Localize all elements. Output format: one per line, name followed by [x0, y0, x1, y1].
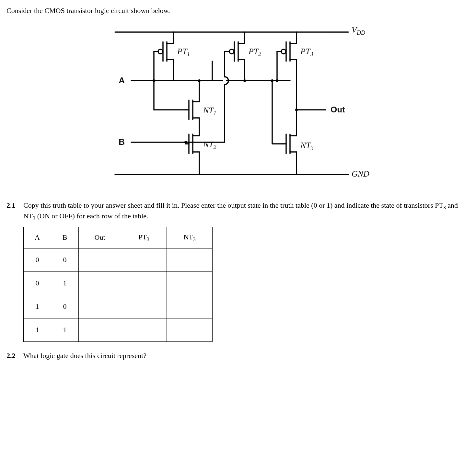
circuit-diagram: VDD GND A B Out PT1 PT2 PT3 NT1 NT2 NT3: [6, 19, 470, 188]
question-2-2: 2.2 What logic gate does this circuit re…: [6, 351, 470, 361]
vdd-label: VDD: [352, 25, 365, 36]
cell-a: 1: [24, 318, 51, 341]
svg-point-65: [153, 79, 155, 82]
th-pt3: PT3: [121, 227, 167, 248]
cell-pt3: [121, 318, 167, 341]
svg-point-7: [158, 49, 163, 54]
q22-number: 2.2: [6, 351, 23, 361]
svg-point-68: [271, 79, 273, 82]
cell-nt3: [167, 295, 213, 318]
svg-point-71: [184, 141, 187, 144]
table-row: 0 0: [24, 248, 213, 272]
th-out: Out: [79, 227, 121, 248]
truth-table: A B Out PT3 NT3 0 0 0 1 1 0 1 1: [23, 227, 213, 342]
q22-text: What logic gate does this circuit repres…: [23, 351, 470, 361]
table-row: 1 1: [24, 318, 213, 341]
table-row: 1 0: [24, 295, 213, 318]
svg-point-70: [295, 109, 298, 111]
th-a: A: [24, 227, 51, 248]
cell-nt3: [167, 272, 213, 295]
out-label: Out: [331, 105, 345, 114]
th-nt3: NT3: [167, 227, 213, 248]
cell-pt3: [121, 272, 167, 295]
svg-point-50: [281, 49, 286, 54]
cmos-circuit-svg: VDD GND A B Out PT1 PT2 PT3 NT1 NT2 NT3: [92, 19, 384, 188]
cell-nt3: [167, 318, 213, 341]
table-header-row: A B Out PT3 NT3: [24, 227, 213, 248]
svg-point-67: [243, 79, 246, 82]
table-row: 0 1: [24, 272, 213, 295]
cell-out: [79, 272, 121, 295]
cell-nt3: [167, 248, 213, 272]
cell-out: [79, 248, 121, 272]
cell-b: 1: [51, 318, 79, 341]
cell-a: 1: [24, 295, 51, 318]
svg-point-66: [198, 79, 201, 82]
cell-pt3: [121, 295, 167, 318]
nt1-label: NT1: [203, 106, 216, 116]
svg-point-69: [276, 79, 278, 82]
cell-out: [79, 318, 121, 341]
question-2-1: 2.1 Copy this truth table to your answer…: [6, 201, 470, 222]
cell-pt3: [121, 248, 167, 272]
svg-point-38: [229, 49, 234, 54]
cell-out: [79, 295, 121, 318]
pt3-label: PT3: [300, 47, 313, 57]
pt2-label: PT2: [248, 47, 261, 57]
pt1-label: PT1: [177, 47, 190, 57]
cell-b: 0: [51, 248, 79, 272]
cell-b: 1: [51, 272, 79, 295]
intro-text: Consider the CMOS transistor logic circu…: [6, 6, 470, 16]
nt2-label: NT2: [203, 140, 216, 150]
cell-a: 0: [24, 272, 51, 295]
q21-text: Copy this truth table to your answer she…: [23, 201, 470, 222]
gnd-label: GND: [352, 169, 369, 179]
nt3-label: NT3: [300, 141, 314, 151]
input-b-label: B: [119, 137, 125, 147]
q21-number: 2.1: [6, 201, 23, 211]
th-b: B: [51, 227, 79, 248]
svg-rect-42: [223, 77, 226, 84]
cell-b: 0: [51, 295, 79, 318]
input-a-label: A: [119, 75, 125, 85]
cell-a: 0: [24, 248, 51, 272]
